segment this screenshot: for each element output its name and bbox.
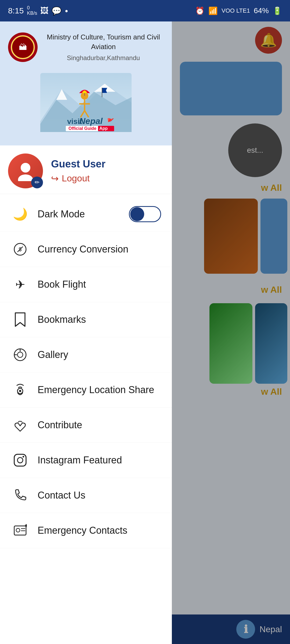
menu-list: 🌙 Dark Mode $ Currency Conversion ✈: [0, 194, 172, 644]
visit-nepal-logo: visit Nepal 🚩 Official Guide App: [43, 70, 129, 135]
ministry-name: Ministry of Culture, Tourism and Civil A…: [43, 32, 164, 52]
menu-item-instagram[interactable]: Instagram Featured: [0, 443, 172, 478]
user-info: Guest User ↪ Logout: [51, 158, 164, 184]
svg-point-0: [12, 36, 34, 58]
dot-indicator: ●: [65, 8, 68, 14]
menu-item-gallery[interactable]: Gallery: [0, 337, 172, 372]
svg-text:Nepal: Nepal: [79, 116, 103, 126]
flight-label: Book Flight: [38, 279, 86, 290]
emergency-contacts-icon: ✱: [11, 521, 30, 540]
menu-item-currency[interactable]: $ Currency Conversion: [0, 232, 172, 267]
svg-rect-32: [14, 454, 26, 466]
svg-point-34: [23, 456, 24, 458]
menu-item-bookmarks[interactable]: Bookmarks: [0, 302, 172, 337]
alarm-icon: ⏰: [195, 6, 205, 15]
flight-icon: ✈: [11, 275, 30, 294]
menu-item-emergency-contacts[interactable]: ✱ Emergency Contacts: [0, 513, 172, 548]
ministry-location: Singhadurbar,Kathmandu: [43, 53, 164, 63]
emergency-contacts-label: Emergency Contacts: [38, 525, 127, 536]
logout-icon: ↪: [51, 173, 59, 184]
svg-text:🚩: 🚩: [107, 118, 114, 125]
dark-mode-label: Dark Mode: [38, 208, 85, 220]
svg-text:App: App: [99, 126, 108, 131]
emergency-location-label: Emergency Location Share: [38, 384, 154, 396]
instagram-icon: [11, 451, 30, 470]
menu-item-contact[interactable]: Contact Us: [0, 478, 172, 513]
time-display: 8:15: [8, 6, 24, 15]
logout-label: Logout: [62, 173, 90, 184]
svg-point-22: [21, 163, 30, 173]
bookmarks-label: Bookmarks: [38, 314, 86, 325]
user-section: ✏ Guest User ↪ Logout: [0, 145, 172, 194]
instagram-label: Instagram Featured: [38, 455, 122, 466]
guest-user-label: Guest User: [51, 158, 164, 170]
menu-item-flight[interactable]: ✈ Book Flight: [0, 267, 172, 302]
data-speed: 0 KB/s: [27, 5, 37, 16]
edit-badge[interactable]: ✏: [31, 177, 43, 188]
chat-icon: 💬: [52, 6, 61, 16]
status-left: 8:15 0 KB/s 🖼 💬 ●: [8, 5, 68, 16]
signal-icon: VOO LTE1: [222, 7, 250, 14]
photo-icon: 🖼: [40, 6, 48, 15]
svg-text:✱: ✱: [25, 524, 27, 528]
currency-label: Currency Conversion: [38, 244, 128, 255]
gallery-icon: [11, 345, 30, 364]
wifi-icon: 📶: [208, 6, 218, 15]
dark-mode-toggle-wrap[interactable]: [129, 206, 161, 222]
svg-point-23: [18, 174, 33, 181]
ministry-row: 🏔 Ministry of Culture, Tourism and Civil…: [8, 32, 164, 62]
avatar-wrap: ✏: [8, 153, 43, 188]
svg-text:🏔: 🏔: [19, 43, 27, 52]
svg-point-36: [16, 528, 20, 532]
svg-point-27: [17, 352, 23, 357]
contribute-label: Contribute: [38, 419, 82, 431]
menu-item-dark-mode[interactable]: 🌙 Dark Mode: [0, 197, 172, 232]
battery-icon: 🔋: [273, 6, 282, 15]
dark-mode-toggle[interactable]: [129, 206, 161, 222]
contact-label: Contact Us: [38, 490, 85, 501]
status-bar: 8:15 0 KB/s 🖼 💬 ● ⏰ 📶 VOO LTE1 64% 🔋: [0, 0, 290, 21]
menu-item-emergency-location[interactable]: Emergency Location Share: [0, 372, 172, 408]
contribute-icon: [11, 416, 30, 434]
bookmarks-icon: [11, 310, 30, 329]
svg-point-31: [19, 390, 21, 392]
currency-icon: $: [11, 240, 30, 259]
contact-icon: [11, 486, 30, 505]
menu-item-contribute[interactable]: Contribute: [0, 408, 172, 443]
vnl-svg: visit Nepal 🚩 Official Guide App: [40, 73, 132, 132]
status-right: ⏰ 📶 VOO LTE1 64% 🔋: [195, 6, 282, 15]
svg-point-33: [17, 458, 23, 463]
svg-text:Official Guide: Official Guide: [68, 126, 96, 131]
dark-mode-icon: 🌙: [11, 205, 30, 224]
toggle-knob: [130, 207, 144, 221]
ministry-logo: 🏔: [8, 32, 38, 62]
battery-display: 64%: [254, 6, 269, 15]
logout-button[interactable]: ↪ Logout: [51, 173, 164, 184]
drawer-header: 🏔 Ministry of Culture, Tourism and Civil…: [0, 21, 172, 145]
side-drawer: 🏔 Ministry of Culture, Tourism and Civil…: [0, 21, 172, 644]
emergency-location-icon: [11, 380, 30, 399]
gallery-label: Gallery: [38, 349, 68, 360]
ministry-info: Ministry of Culture, Tourism and Civil A…: [43, 32, 164, 62]
